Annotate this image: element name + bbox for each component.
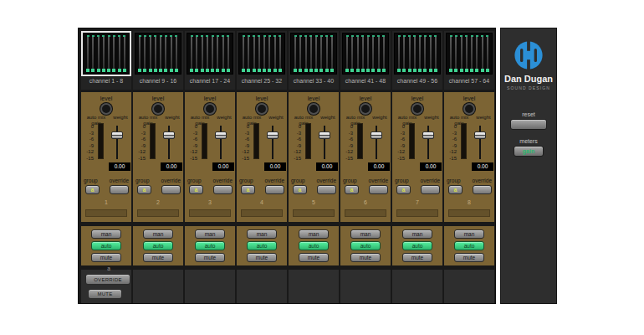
brand-name: Dan Dugan bbox=[501, 74, 556, 84]
level-knob[interactable] bbox=[308, 103, 319, 115]
scale-tick: -9 bbox=[238, 143, 249, 150]
override-button[interactable] bbox=[369, 185, 388, 194]
auto-button[interactable]: auto bbox=[299, 241, 329, 250]
meter-base-dot bbox=[350, 69, 354, 72]
man-button[interactable]: man bbox=[350, 229, 381, 239]
mute-button[interactable]: mute bbox=[247, 253, 277, 262]
auto-button[interactable]: auto bbox=[350, 241, 381, 250]
group-button[interactable]: a bbox=[137, 185, 151, 194]
channel-name-field[interactable] bbox=[345, 209, 386, 217]
man-button[interactable]: man bbox=[402, 229, 432, 239]
weight-slider-handle[interactable] bbox=[111, 131, 123, 139]
meter-bank[interactable] bbox=[446, 33, 493, 75]
meter-base-dot bbox=[314, 69, 318, 72]
man-button[interactable]: man bbox=[143, 229, 173, 239]
reset-button[interactable] bbox=[510, 119, 547, 130]
group-button[interactable]: a bbox=[293, 185, 307, 194]
meter-track bbox=[196, 35, 197, 72]
weight-slider-handle[interactable] bbox=[422, 131, 434, 139]
override-button[interactable] bbox=[161, 185, 181, 194]
meter-track bbox=[113, 35, 115, 72]
meter-bank[interactable] bbox=[238, 33, 285, 75]
channel-name-field[interactable] bbox=[137, 209, 179, 217]
level-knob[interactable] bbox=[204, 103, 216, 115]
mute-button[interactable]: mute bbox=[143, 253, 173, 262]
weight-slider-handle[interactable] bbox=[267, 131, 279, 139]
channel-name-field[interactable] bbox=[448, 209, 490, 217]
meters-mode-button[interactable]: gain bbox=[514, 146, 544, 157]
meter-bank[interactable] bbox=[135, 33, 181, 75]
meter-track bbox=[362, 35, 364, 72]
meter-base-dot bbox=[112, 69, 115, 72]
level-knob[interactable] bbox=[463, 103, 475, 115]
mute-button[interactable]: mute bbox=[91, 253, 121, 262]
level-knob[interactable] bbox=[100, 103, 112, 115]
group-button[interactable]: a bbox=[448, 185, 463, 194]
group-button[interactable]: a bbox=[189, 185, 203, 194]
mute-button[interactable]: mute bbox=[454, 253, 484, 262]
level-knob[interactable] bbox=[360, 103, 371, 115]
meter-base-dot bbox=[195, 69, 198, 72]
weight-slider-handle[interactable] bbox=[474, 131, 486, 139]
auto-button[interactable]: auto bbox=[195, 241, 225, 250]
mute-button[interactable]: mute bbox=[299, 253, 329, 262]
auto-button[interactable]: auto bbox=[91, 241, 121, 250]
meter-base-dot bbox=[366, 69, 370, 72]
auto-button[interactable]: auto bbox=[247, 241, 277, 250]
meter-bank[interactable] bbox=[342, 33, 389, 75]
mute-button[interactable]: mute bbox=[402, 253, 432, 262]
override-button[interactable] bbox=[421, 185, 440, 194]
auto-button[interactable]: auto bbox=[454, 241, 484, 250]
man-button[interactable]: man bbox=[299, 229, 329, 239]
meter-peak-dot bbox=[154, 35, 156, 37]
channel-name-field[interactable] bbox=[396, 209, 438, 217]
man-button[interactable]: man bbox=[247, 229, 277, 239]
override-button[interactable] bbox=[317, 185, 336, 194]
scale-tick: -12 bbox=[290, 149, 301, 156]
meter-base-dot bbox=[382, 69, 386, 72]
level-knob[interactable] bbox=[411, 103, 423, 115]
channel-name-field[interactable] bbox=[189, 209, 231, 217]
group-button[interactable]: a bbox=[85, 185, 100, 194]
mute-button[interactable]: mute bbox=[350, 253, 381, 262]
master-override-button[interactable]: OVERRIDE bbox=[85, 274, 130, 285]
man-button[interactable]: man bbox=[91, 229, 121, 239]
override-button[interactable] bbox=[473, 185, 492, 194]
man-button[interactable]: man bbox=[195, 229, 225, 239]
override-button[interactable] bbox=[110, 185, 129, 194]
group-button[interactable]: a bbox=[396, 185, 411, 194]
channel-name-field[interactable] bbox=[293, 209, 335, 217]
channel-name-field[interactable] bbox=[85, 209, 127, 217]
weight-label: weight bbox=[213, 115, 235, 120]
channel-name-field[interactable] bbox=[241, 209, 283, 217]
auto-button[interactable]: auto bbox=[402, 241, 432, 250]
scale-tick: -12 bbox=[187, 149, 197, 156]
group-button[interactable]: a bbox=[345, 185, 359, 194]
strip-number: 2 bbox=[133, 199, 183, 205]
meter-peak-dot bbox=[315, 35, 318, 37]
level-knob[interactable] bbox=[152, 103, 164, 115]
channel-range-label: channel 33 - 40 bbox=[289, 75, 339, 88]
level-knob[interactable] bbox=[256, 103, 268, 115]
strip-controls: level auto mix gain weight 0 -3 -6 -9 bbox=[237, 92, 287, 222]
meter-bank[interactable] bbox=[83, 33, 130, 75]
meter-track bbox=[243, 35, 244, 72]
meter-bank[interactable] bbox=[394, 33, 441, 75]
group-button[interactable]: a bbox=[241, 185, 255, 194]
meter-bank[interactable] bbox=[290, 33, 337, 75]
master-mute-button[interactable]: MUTE bbox=[88, 289, 122, 299]
mute-button[interactable]: mute bbox=[195, 253, 225, 262]
weight-slider-handle[interactable] bbox=[163, 131, 175, 139]
meter-peak-dot bbox=[201, 35, 203, 37]
weight-slider-handle[interactable] bbox=[319, 131, 330, 139]
override-button[interactable] bbox=[265, 185, 284, 194]
weight-slider-handle[interactable] bbox=[215, 131, 227, 139]
meter-bank[interactable] bbox=[187, 33, 233, 75]
man-button[interactable]: man bbox=[454, 229, 484, 239]
override-button[interactable] bbox=[213, 185, 233, 194]
auto-button[interactable]: auto bbox=[143, 241, 173, 250]
group-override-labels: group override bbox=[81, 178, 131, 183]
meter-track bbox=[455, 35, 457, 72]
weight-slider-handle[interactable] bbox=[371, 131, 382, 139]
meter-section: channel 9 - 16 bbox=[133, 31, 183, 90]
